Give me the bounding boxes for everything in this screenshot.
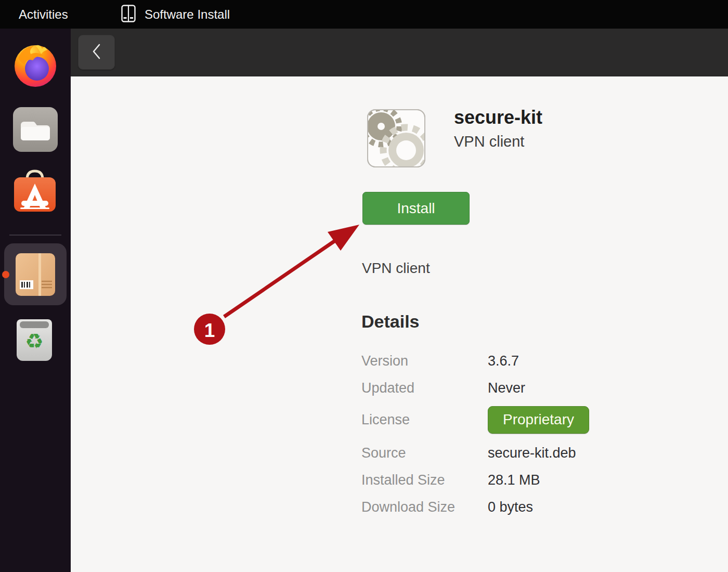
- details-heading: Details: [361, 311, 420, 332]
- details-label: Updated: [361, 380, 488, 396]
- dock-separator: [9, 235, 61, 236]
- package-box-icon: [16, 291, 55, 300]
- dock: ♻: [0, 29, 71, 572]
- files-icon: [12, 146, 59, 154]
- details-row-source: Sourcesecure-kit.deb: [361, 445, 576, 461]
- focused-app-menu[interactable]: Software Install: [121, 0, 230, 29]
- details-value: Never: [488, 380, 525, 396]
- details-row-download-size: Download Size0 bytes: [361, 499, 533, 515]
- top-bar: Activities Software Install: [0, 0, 728, 29]
- software-install-window-icon: [121, 5, 136, 24]
- details-label: Source: [361, 445, 488, 461]
- details-label: Download Size: [361, 499, 488, 515]
- details-label: Installed Size: [361, 472, 488, 488]
- dock-item-firefox[interactable]: [13, 43, 58, 87]
- generic-package-app-icon: [367, 109, 426, 168]
- details-value: 28.1 MB: [488, 472, 540, 488]
- svg-text:♻: ♻: [25, 329, 44, 353]
- details-value: 0 bytes: [488, 499, 533, 515]
- ubuntu-software-icon: [11, 207, 58, 216]
- details-label: Version: [361, 353, 488, 369]
- activities-button[interactable]: Activities: [19, 7, 68, 22]
- dock-item-files[interactable]: [12, 106, 59, 153]
- running-indicator-dot: [2, 271, 9, 278]
- window-header-bar: [71, 29, 728, 76]
- details-value: 3.6.7: [488, 353, 519, 369]
- details-row-installed-size: Installed Size28.1 MB: [361, 472, 540, 488]
- back-button[interactable]: [78, 35, 115, 70]
- details-label: License: [361, 412, 488, 428]
- focused-app-title: Software Install: [145, 7, 230, 22]
- dock-item-ubuntu-software[interactable]: [11, 168, 58, 215]
- trash-icon: ♻: [17, 355, 52, 364]
- app-details-page: secure-kit VPN client Install VPN client…: [71, 76, 728, 572]
- firefox-icon: [13, 80, 58, 89]
- license-badge[interactable]: Proprietary: [488, 406, 589, 434]
- install-button[interactable]: Install: [362, 192, 470, 225]
- app-summary: VPN client: [454, 133, 524, 150]
- app-name: secure-kit: [454, 107, 542, 128]
- dock-item-package-installer[interactable]: [16, 251, 55, 298]
- details-row-version: Version3.6.7: [361, 353, 519, 369]
- screen: Activities Software Install: [0, 0, 728, 572]
- chevron-left-icon: [89, 41, 105, 64]
- details-row-updated: UpdatedNever: [361, 380, 525, 396]
- details-row-license: LicenseProprietary: [361, 406, 589, 433]
- dock-item-trash[interactable]: ♻: [17, 316, 52, 362]
- app-description: VPN client: [362, 260, 430, 277]
- details-value: secure-kit.deb: [488, 445, 576, 461]
